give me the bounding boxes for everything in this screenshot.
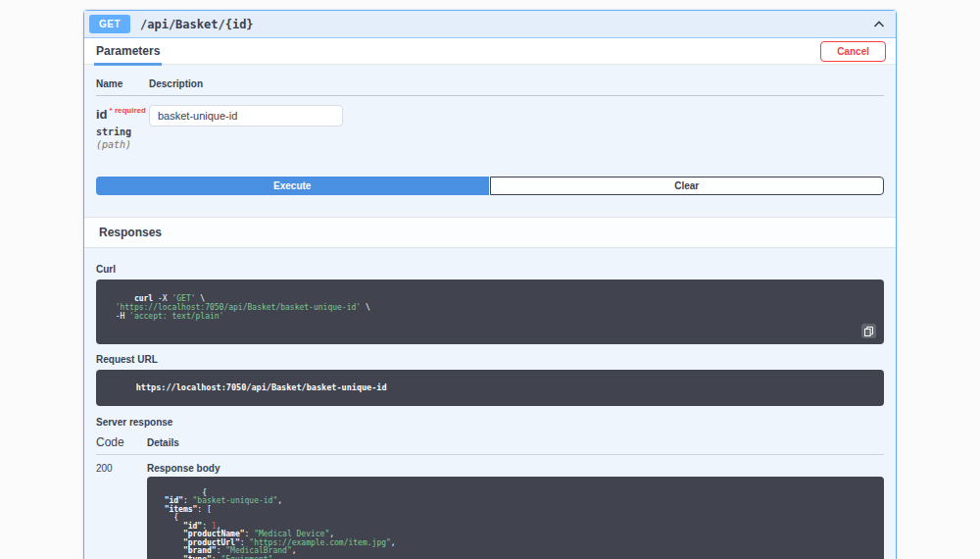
endpoint-path: /api/Basket/{id} [140, 18, 254, 31]
response-body-block: { "id": "basket-unique-id", "items": [ {… [147, 477, 884, 559]
responses-section-title: Responses [84, 217, 896, 248]
response-body-json: { "id": "basket-unique-id", "items": [ {… [155, 488, 396, 559]
execute-row: Execute Clear [96, 177, 884, 195]
request-url-label: Request URL [96, 354, 884, 365]
parameters-tab-row: Parameters Cancel [84, 38, 896, 65]
parameter-id-input[interactable] [149, 105, 343, 127]
operation-panel: GET /api/Basket/{id} Parameters Cancel N… [83, 10, 897, 559]
server-response-label: Server response [96, 417, 884, 428]
response-row: 200 Response body { "id": "basket-unique… [96, 455, 884, 559]
parameter-name: id [96, 107, 108, 122]
curl-command: curl -X 'GET' \ 'https://localhost:7050/… [106, 294, 370, 321]
cancel-button[interactable]: Cancel [820, 41, 886, 62]
status-code: 200 [96, 463, 147, 559]
response-body-label: Response body [147, 463, 884, 474]
column-description-header: Description [149, 78, 203, 89]
curl-label: Curl [96, 264, 884, 275]
request-url-value: https://localhost:7050/api/Basket/basket… [136, 382, 387, 392]
parameter-type: string [96, 127, 149, 137]
responses-content: Curl curl -X 'GET' \ 'https://localhost:… [84, 248, 896, 559]
parameter-row: id* required string (path) [96, 96, 884, 151]
method-badge: GET [89, 15, 130, 33]
collapse-arrow-icon[interactable] [872, 18, 886, 31]
code-column-header: Code [96, 435, 147, 449]
required-badge: * required [110, 106, 146, 115]
clear-button[interactable]: Clear [490, 177, 885, 195]
curl-command-block: curl -X 'GET' \ 'https://localhost:7050/… [96, 280, 884, 344]
request-url-block: https://localhost:7050/api/Basket/basket… [96, 370, 884, 406]
execute-button[interactable]: Execute [96, 177, 489, 195]
clipboard-icon [864, 327, 873, 336]
parameter-location: (path) [96, 139, 149, 150]
operation-summary[interactable]: GET /api/Basket/{id} [84, 11, 896, 38]
details-column-header: Details [147, 437, 179, 448]
parameters-table-header: Name Description [96, 78, 884, 96]
column-name-header: Name [96, 78, 149, 89]
parameters-table: Name Description id* required string (pa… [84, 65, 896, 207]
response-table-header: Code Details [96, 435, 884, 455]
copy-curl-button[interactable] [861, 324, 876, 338]
tab-parameters[interactable]: Parameters [94, 37, 162, 66]
